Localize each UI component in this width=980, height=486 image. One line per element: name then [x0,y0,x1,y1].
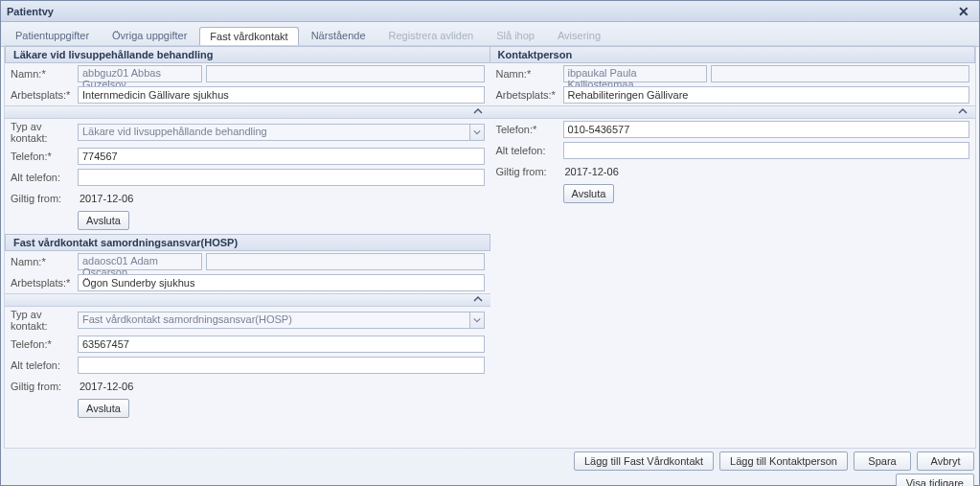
collapse-toggle-2[interactable] [5,293,490,307]
giltig-value-2: 2017-12-06 [78,381,133,392]
section-header-lakare: Läkare vid livsuppehållande behandling [5,46,490,63]
alttelefon-field-1[interactable] [78,169,485,186]
label-alttelefon: Alt telefon: [11,359,78,371]
tab-narstaende[interactable]: Närstående [301,26,376,46]
label-telefon: Telefon:* [496,124,563,135]
namn-trail-2 [206,253,485,270]
label-giltig: Giltig from: [496,166,563,177]
avsluta-button-2[interactable]: Avsluta [78,399,129,418]
label-alttelefon: Alt telefon: [11,172,78,183]
label-namn: Namn:* [11,256,78,267]
typ-value-2: Fast vårdkontakt samordningsansvar(HOSP) [78,312,469,329]
tab-patientuppgifter[interactable]: Patientuppgifter [5,26,100,46]
label-telefon: Telefon:* [11,338,78,350]
telefon-field-r[interactable] [563,121,970,138]
label-giltig: Giltig from: [11,193,78,204]
chevron-up-icon [473,106,483,118]
label-giltig: Giltig from: [11,381,78,392]
arbetsplats-field-2[interactable] [78,274,485,291]
visa-tidigare-button[interactable]: Visa tidigare [896,474,974,486]
left-column: Läkare vid livsuppehållande behandling N… [5,46,490,448]
label-typ: Typ av kontakt: [11,121,78,144]
alttelefon-field-2[interactable] [78,357,485,374]
namn-field[interactable]: abbguz01 Abbas Guzelsoy [78,65,202,82]
namn-field-r[interactable]: ibpaukal Paula Kalliostenmaa [563,65,707,82]
label-namn: Namn:* [11,68,78,80]
avsluta-button-1[interactable]: Avsluta [78,211,129,230]
arbetsplats-field[interactable] [78,86,485,104]
tab-strip: Patientuppgifter Övriga uppgifter Fast v… [1,22,979,47]
spara-button[interactable]: Spara [854,451,911,471]
lagg-till-vardkontakt-button[interactable]: Lägg till Fast Vårdkontakt [574,451,714,471]
namn-field-2[interactable]: adaosc01 Adam Oscarson [78,253,202,270]
typ-dropdown-1[interactable]: Läkare vid livsuppehållande behandling [78,124,485,141]
telefon-field-1[interactable] [78,148,485,165]
namn-trail-r [711,65,970,82]
collapse-toggle-r[interactable] [490,105,976,119]
tab-registrera-avliden: Registrera avliden [378,26,485,46]
giltig-value-r: 2017-12-06 [563,166,619,177]
alttelefon-field-r[interactable] [563,142,970,159]
lagg-till-kontaktperson-button[interactable]: Lägg till Kontaktperson [719,451,848,471]
tab-sla-ihop: Slå ihop [486,26,545,46]
label-arbetsplats: Arbetsplats:* [11,89,78,101]
right-column: Kontaktperson Namn:* ibpaukal Paula Kall… [490,46,976,448]
arbetsplats-field-r[interactable] [563,86,970,104]
chevron-up-icon [473,294,483,306]
patientvy-window: Patientvy ✕ Patientuppgifter Övriga uppg… [0,0,980,486]
titlebar: Patientvy ✕ [1,1,979,22]
avsluta-button-r[interactable]: Avsluta [563,184,615,203]
label-arbetsplats: Arbetsplats:* [496,89,563,101]
label-namn: Namn:* [496,68,563,80]
typ-dropdown-2[interactable]: Fast vårdkontakt samordningsansvar(HOSP) [78,312,485,329]
footer: Lägg till Fast Vårdkontakt Lägg till Kon… [4,451,976,482]
chevron-up-icon [958,106,968,118]
avbryt-button[interactable]: Avbryt [917,451,974,471]
label-alttelefon: Alt telefon: [496,145,563,156]
label-telefon: Telefon:* [11,150,78,162]
giltig-value-1: 2017-12-06 [78,193,133,204]
section-header-hosp: Fast vårdkontakt samordningsansvar(HOSP) [5,234,490,251]
tab-fast-vardkontakt[interactable]: Fast vårdkontakt [199,27,298,47]
namn-trail [206,65,485,82]
typ-value: Läkare vid livsuppehållande behandling [78,124,469,141]
tab-avisering: Avisering [547,26,611,46]
chevron-down-icon [469,124,485,141]
label-typ: Typ av kontakt: [11,309,78,332]
chevron-down-icon [469,312,485,329]
section-header-kontaktperson: Kontaktperson [490,46,976,63]
close-icon[interactable]: ✕ [954,4,973,19]
telefon-field-2[interactable] [78,336,485,353]
content-area: Läkare vid livsuppehållande behandling N… [4,45,976,449]
tab-ovriga-uppgifter[interactable]: Övriga uppgifter [102,26,197,46]
window-title: Patientvy [7,6,54,17]
label-arbetsplats: Arbetsplats:* [11,277,78,289]
collapse-toggle-1[interactable] [5,105,490,119]
